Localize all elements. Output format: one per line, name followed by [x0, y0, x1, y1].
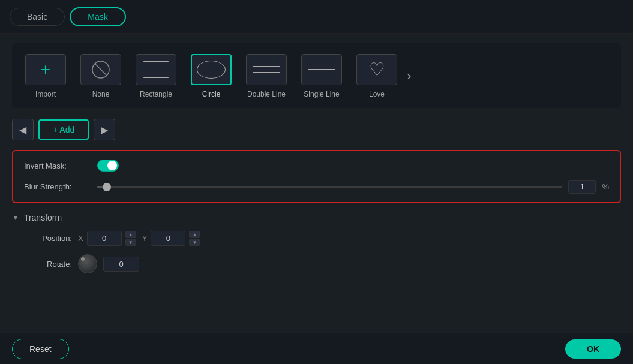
shape-item-love[interactable]: ♡ Love: [349, 50, 404, 102]
svg-line-1: [95, 64, 107, 76]
prev-button[interactable]: ◀: [12, 119, 34, 140]
y-axis-group: Y ▲ ▼: [142, 231, 200, 246]
x-axis-group: X ▲ ▼: [78, 231, 136, 246]
y-spin-up[interactable]: ▲: [189, 231, 200, 238]
blur-slider-wrapper: %: [97, 180, 609, 194]
transform-label: Transform: [24, 213, 62, 222]
shape-label-circle: Circle: [202, 90, 221, 98]
x-input[interactable]: [87, 231, 122, 246]
shape-icon-rectangle: [136, 54, 176, 85]
blur-strength-label: Blur Strength:: [24, 182, 90, 191]
shape-icon-import: +: [25, 54, 66, 85]
y-input[interactable]: [151, 231, 185, 246]
position-row: Position: X ▲ ▼ Y ▲ ▼: [12, 231, 621, 246]
shape-label-rectangle: Rectangle: [140, 90, 172, 98]
blur-slider-track[interactable]: [97, 186, 562, 188]
x-spin-up[interactable]: ▲: [125, 231, 136, 238]
tab-bar: Basic Mask: [0, 0, 633, 34]
shape-label-none: None: [92, 90, 110, 98]
add-button[interactable]: + Add: [38, 119, 89, 140]
x-spin-down[interactable]: ▼: [125, 239, 136, 246]
blur-slider-thumb[interactable]: [103, 183, 111, 191]
dbl-line-wrapper: [253, 66, 280, 73]
invert-mask-row: Invert Mask:: [24, 160, 609, 172]
next-button[interactable]: ▶: [94, 119, 115, 140]
chevron-right-icon[interactable]: ›: [404, 68, 413, 84]
y-spin-down[interactable]: ▼: [189, 239, 200, 246]
chevron-down-icon: ▼: [12, 213, 19, 222]
blur-strength-value[interactable]: [568, 180, 596, 194]
dbl-line-2: [253, 72, 280, 73]
invert-mask-label: Invert Mask:: [24, 161, 90, 170]
circle-slash-icon: [90, 59, 112, 80]
rotate-input[interactable]: [103, 257, 139, 272]
toggle-knob: [107, 161, 117, 170]
shape-icon-circle: [191, 54, 232, 85]
shape-icon-love: ♡: [356, 54, 397, 85]
transform-section: ▼ Transform Position: X ▲ ▼ Y ▲ ▼: [12, 213, 621, 273]
shape-icon-double-line: [246, 54, 287, 85]
position-label: Position:: [24, 234, 72, 243]
bottom-bar: Reset OK: [0, 333, 633, 364]
shape-item-double-line[interactable]: Double Line: [239, 50, 294, 102]
shape-item-rectangle[interactable]: Rectangle: [128, 50, 184, 102]
tab-mask[interactable]: Mask: [70, 7, 125, 26]
shape-label-single-line: Single Line: [304, 90, 339, 98]
y-label: Y: [142, 234, 148, 243]
sgl-line-icon: [308, 69, 335, 70]
blur-strength-row: Blur Strength: %: [24, 180, 609, 194]
shape-item-circle[interactable]: Circle: [184, 50, 239, 102]
plus-icon: +: [41, 61, 50, 78]
ok-button[interactable]: OK: [565, 339, 621, 359]
blur-strength-unit: %: [602, 182, 609, 191]
shape-item-none[interactable]: None: [73, 50, 128, 102]
action-row: ◀ + Add ▶: [12, 119, 621, 140]
rect-icon: [143, 61, 169, 78]
shape-label-love: Love: [369, 90, 385, 98]
shape-item-import[interactable]: + Import: [18, 50, 73, 102]
shape-icon-none: [80, 54, 121, 85]
shape-icon-single-line: [301, 54, 342, 85]
shape-item-single-line[interactable]: Single Line: [294, 50, 349, 102]
shape-label-double-line: Double Line: [247, 90, 286, 98]
dbl-line-1: [253, 66, 280, 67]
tab-basic[interactable]: Basic: [10, 8, 65, 26]
reset-button[interactable]: Reset: [12, 339, 69, 359]
transform-header[interactable]: ▼ Transform: [12, 213, 621, 222]
y-spinners: ▲ ▼: [189, 231, 200, 246]
heart-icon: ♡: [369, 61, 385, 79]
rotate-dial[interactable]: [78, 254, 97, 273]
settings-panel: Invert Mask: Blur Strength: %: [12, 150, 621, 203]
rotate-dot: [81, 257, 85, 261]
rotate-row: Rotate:: [12, 254, 621, 273]
x-spinners: ▲ ▼: [125, 231, 136, 246]
shape-label-import: Import: [35, 90, 56, 98]
ellipse-icon: [197, 61, 226, 79]
x-label: X: [78, 234, 83, 243]
rotate-label: Rotate:: [24, 260, 72, 269]
main-content: + Import None Rectangle: [0, 34, 633, 291]
shape-row: + Import None Rectangle: [12, 43, 621, 108]
invert-mask-toggle[interactable]: [97, 160, 119, 172]
